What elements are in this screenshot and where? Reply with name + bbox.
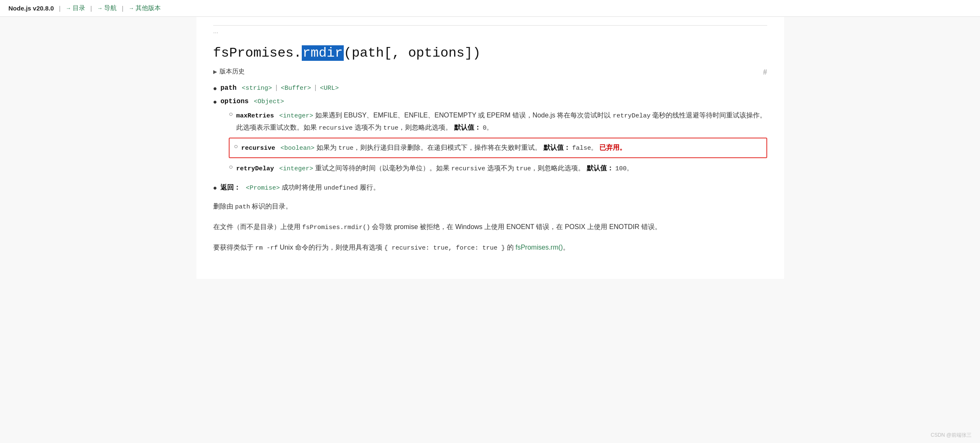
nav-title: Node.js v20.8.0: [8, 5, 54, 12]
function-header: fsPromises.rmdir(path[, options]) #: [213, 45, 767, 61]
function-prefix: fsPromises.: [213, 45, 302, 61]
arrow-icon-1: →: [65, 5, 71, 11]
maxretries-type: <integer>: [279, 112, 313, 120]
recursive-row: ○ recursive <boolean> 如果为 true，则执行递归目录删除…: [229, 138, 767, 158]
params-list: ● path <string> | <Buffer> | <URL> ● opt…: [213, 84, 767, 192]
function-suffix: (path[, options]): [344, 45, 481, 61]
triangle-icon: ▶: [213, 69, 217, 75]
options-type: <Object>: [254, 98, 284, 105]
retrydelay-content: retryDelay <integer> 重试之间等待的时间（以毫秒为单位）。如…: [236, 162, 767, 175]
arrow-icon-2: →: [97, 5, 102, 11]
recursive-default-label: 默认值：: [544, 144, 570, 151]
path-type-url: <URL>: [320, 85, 339, 92]
circle-bullet-retrydelay: ○: [229, 163, 233, 171]
recursive-default-value: false。: [572, 145, 597, 152]
maxretries-content: maxRetries <integer> 如果遇到 EBUSY、EMFILE、E…: [236, 109, 767, 133]
hash-anchor[interactable]: #: [763, 68, 767, 77]
desc1: 删除由 path 标识的目录。: [213, 201, 767, 213]
retrydelay-default-label: 默认值：: [587, 164, 614, 172]
bullet-dot-path: ●: [213, 85, 217, 92]
path-param-name: path: [220, 84, 236, 92]
arrow-icon-3: →: [128, 5, 134, 11]
nav-separator-1: |: [59, 5, 60, 12]
maxretries-desc: 如果遇到 EBUSY、EMFILE、ENFILE、ENOTEMPTY 或 EPE…: [236, 112, 767, 131]
param-return: ● 返回： <Promise> 成功时将使用 undefined 履行。: [213, 183, 767, 192]
nav-link-versions[interactable]: → 其他版本: [128, 4, 161, 12]
maxretries-name: maxRetries: [236, 112, 274, 120]
version-history-toggle[interactable]: ▶ 版本历史: [213, 68, 763, 76]
maxretries-default-label: 默认值：: [454, 124, 481, 131]
option-recursive: ○ recursive <boolean> 如果为 true，则执行递归目录删除…: [229, 138, 767, 158]
nav-separator-2: |: [90, 5, 92, 12]
param-options: ● options <Object> ○ maxRetries <: [213, 97, 767, 178]
options-param-name: options: [220, 98, 248, 105]
bullet-dot-options: ●: [213, 98, 217, 106]
maxretries-default-value: 0。: [483, 125, 493, 132]
retrydelay-type: <integer>: [279, 165, 313, 172]
retrydelay-desc: 重试之间等待的时间（以毫秒为单位）。如果 recursive 选项不为 true…: [315, 164, 585, 172]
param-path: ● path <string> | <Buffer> | <URL>: [213, 84, 767, 92]
function-title: fsPromises.rmdir(path[, options]): [213, 45, 767, 61]
option-retrydelay: ○ retryDelay <integer> 重试之间等待的时间（以毫秒为单位）…: [229, 162, 767, 175]
path-type-buffer: <Buffer>: [281, 85, 311, 92]
version-history-label: 版本历史: [220, 68, 245, 76]
recursive-content: recursive <boolean> 如果为 true，则执行递归目录删除。在…: [241, 142, 762, 154]
bullet-dot-return: ●: [213, 184, 217, 192]
options-sub-list: ○ maxRetries <integer> 如果遇到 EBUSY、EMFILE…: [229, 109, 767, 174]
retrydelay-name: retryDelay: [236, 165, 274, 172]
return-desc: 成功时将使用 undefined 履行。: [282, 184, 380, 191]
recursive-deprecated-label: 已弃用。: [599, 144, 626, 151]
circle-bullet-maxretries: ○: [229, 110, 233, 118]
main-content: … fsPromises.rmdir(path[, options]) # ▶ …: [196, 17, 784, 279]
option-maxretries: ○ maxRetries <integer> 如果遇到 EBUSY、EMFILE…: [229, 109, 767, 133]
path-type-string: <string>: [242, 85, 272, 92]
recursive-name: recursive: [241, 145, 275, 152]
desc3: 要获得类似于 rm -rf Unix 命令的行为，则使用具有选项 { recur…: [213, 242, 767, 254]
desc2: 在文件（而不是目录）上使用 fsPromises.rmdir() 会导致 pro…: [213, 221, 767, 233]
scroll-indicator: …: [213, 25, 767, 37]
return-type: <Promise>: [246, 185, 280, 192]
recursive-type: <boolean>: [280, 145, 314, 152]
return-label: 返回：: [220, 184, 240, 191]
function-name-highlight: rmdir: [302, 45, 344, 61]
circle-bullet-recursive: ○: [234, 143, 238, 150]
recursive-desc: 如果为 true，则执行递归目录删除。在递归模式下，操作将在失败时重试。: [316, 144, 541, 151]
top-nav: Node.js v20.8.0 | → 目录 | → 导航 | → 其他版本: [0, 0, 980, 17]
nav-separator-3: |: [122, 5, 123, 12]
retrydelay-default-value: 100。: [615, 165, 633, 172]
nav-link-nav[interactable]: → 导航: [97, 4, 117, 12]
fspromises-rm-link[interactable]: fsPromises.rm(): [515, 244, 563, 251]
nav-link-toc[interactable]: → 目录: [65, 4, 85, 12]
